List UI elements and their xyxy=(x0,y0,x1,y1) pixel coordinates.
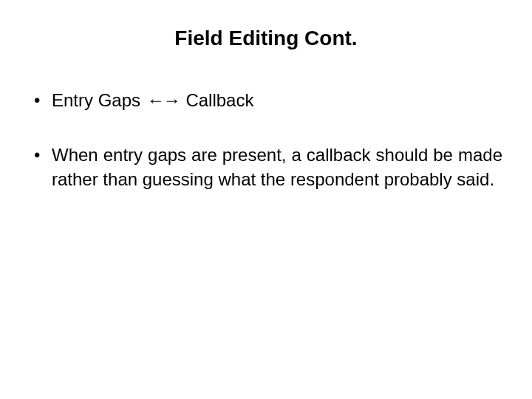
slide-title: Field Editing Cont. xyxy=(30,27,502,50)
bullet-text: When entry gaps are present, a callback … xyxy=(52,145,502,188)
double-arrow-icon: ←→ xyxy=(146,90,181,110)
bullet-item: Entry Gaps ←→ Callback xyxy=(30,89,502,112)
bullet-text-prefix: Entry Gaps xyxy=(52,90,146,110)
bullet-list: Entry Gaps ←→ Callback When entry gaps a… xyxy=(30,89,502,191)
bullet-text-suffix: Callback xyxy=(181,90,254,110)
bullet-item: When entry gaps are present, a callback … xyxy=(30,143,502,191)
slide: Field Editing Cont. Entry Gaps ←→ Callba… xyxy=(0,0,532,399)
